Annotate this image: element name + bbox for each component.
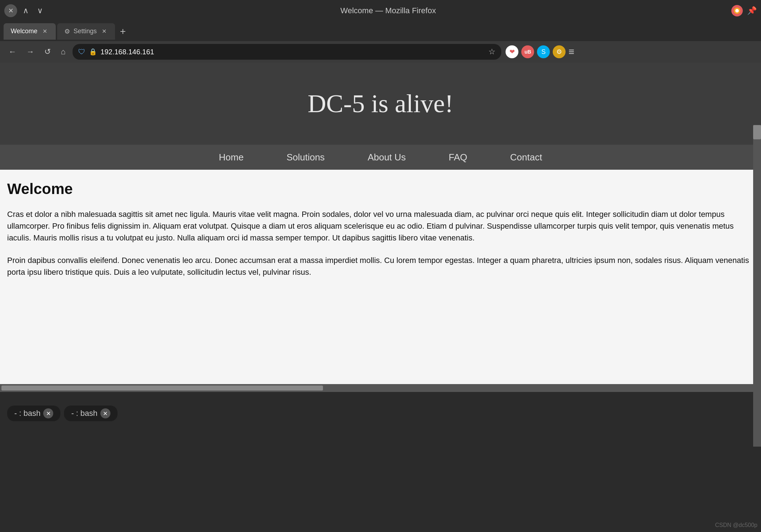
nav-faq[interactable]: FAQ xyxy=(427,152,489,163)
terminal-bar: - : bash ✕ - : bash ✕ xyxy=(0,392,761,435)
bookmark-star-button[interactable]: ☆ xyxy=(488,47,496,56)
address-input[interactable] xyxy=(100,48,485,56)
main-content: Welcome Cras et dolor a nibh malesuada s… xyxy=(0,170,761,384)
nav-contact[interactable]: Contact xyxy=(489,152,564,163)
nav-solutions[interactable]: Solutions xyxy=(265,152,346,163)
forward-button[interactable]: → xyxy=(24,46,37,58)
window-maximize-button[interactable]: ∨ xyxy=(34,5,46,17)
v-scrollbar-thumb[interactable] xyxy=(753,125,761,139)
home-button[interactable]: ⌂ xyxy=(58,46,68,58)
skype-button[interactable]: S xyxy=(537,45,550,58)
terminal-tab-2[interactable]: - : bash ✕ xyxy=(64,406,117,421)
window-title: Welcome — Mozilla Firefox xyxy=(50,6,726,15)
site-hero-title: DC-5 is alive! xyxy=(308,89,453,119)
terminal-tab-1-label: - : bash xyxy=(14,409,40,418)
tab-settings-close[interactable]: ✕ xyxy=(100,27,108,35)
extension-gear-button[interactable]: ⚙ xyxy=(553,45,566,58)
horizontal-scrollbar[interactable]: ◢ xyxy=(0,384,761,392)
shield-icon: 🛡 xyxy=(78,48,85,56)
lock-icon: 🔒 xyxy=(89,48,97,56)
terminal-tab-2-close[interactable]: ✕ xyxy=(100,408,110,418)
h-scrollbar-thumb[interactable] xyxy=(1,386,323,391)
svg-point-2 xyxy=(735,9,739,13)
tab-settings[interactable]: ⚙ Settings ✕ xyxy=(57,23,115,40)
tab-welcome[interactable]: Welcome ✕ xyxy=(4,23,56,40)
vertical-scrollbar[interactable] xyxy=(753,125,761,447)
pocket-button[interactable]: ❤ xyxy=(506,45,518,58)
ublock-button[interactable]: uB xyxy=(521,45,534,58)
terminal-tab-1-close[interactable]: ✕ xyxy=(43,408,53,418)
terminal-tab-1[interactable]: - : bash ✕ xyxy=(7,406,60,421)
watermark: CSDN @dc500p xyxy=(715,522,757,528)
reload-button[interactable]: ↺ xyxy=(41,46,54,58)
window-minimize-button[interactable]: ∧ xyxy=(20,5,31,17)
firefox-icon xyxy=(731,4,743,17)
pin-icon: 📌 xyxy=(747,6,757,15)
new-tab-button[interactable]: + xyxy=(116,24,129,39)
tab-settings-label: Settings xyxy=(74,28,97,35)
tab-welcome-close[interactable]: ✕ xyxy=(41,27,49,35)
window-close-button[interactable]: ✕ xyxy=(4,4,17,17)
settings-gear-icon: ⚙ xyxy=(64,28,70,35)
nav-home[interactable]: Home xyxy=(198,152,265,163)
content-paragraph-2: Proin dapibus convallis eleifend. Donec … xyxy=(7,254,754,278)
content-paragraph-1: Cras et dolor a nibh malesuada sagittis … xyxy=(7,208,754,244)
terminal-tab-2-label: - : bash xyxy=(71,409,97,418)
nav-about-us[interactable]: About Us xyxy=(346,152,427,163)
hamburger-menu-button[interactable]: ≡ xyxy=(568,46,574,58)
site-hero: DC-5 is alive! xyxy=(0,63,761,145)
main-heading: Welcome xyxy=(7,180,754,198)
back-button[interactable]: ← xyxy=(6,46,19,58)
site-nav: Home Solutions About Us FAQ Contact xyxy=(0,145,761,170)
tab-welcome-label: Welcome xyxy=(11,28,38,35)
